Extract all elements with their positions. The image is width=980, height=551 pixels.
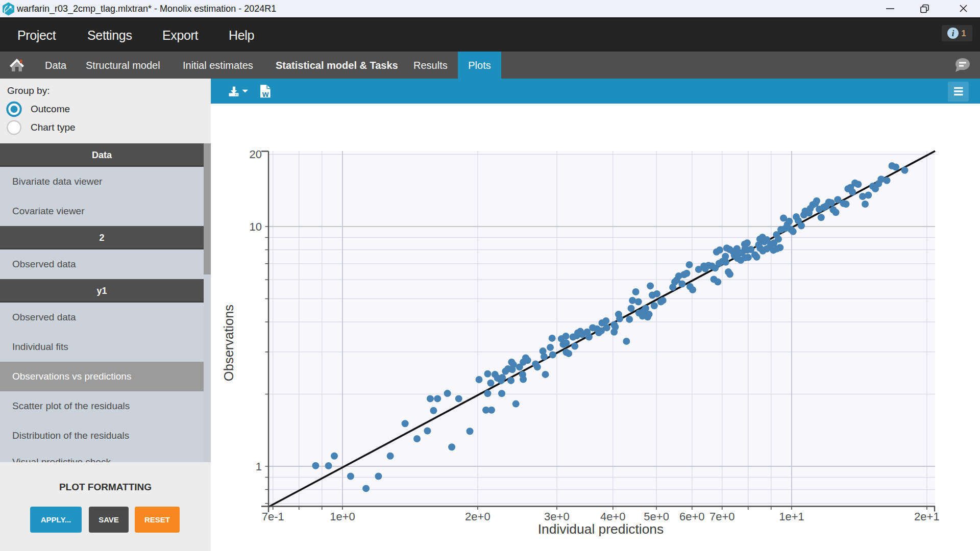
svg-text:i: i xyxy=(952,29,954,38)
svg-text:1: 1 xyxy=(256,460,262,473)
svg-text:6e+0: 6e+0 xyxy=(679,510,705,523)
svg-text:20: 20 xyxy=(250,148,262,161)
svg-text:2e+1: 2e+1 xyxy=(914,510,940,523)
svg-text:1e+1: 1e+1 xyxy=(779,510,804,523)
svg-text:1e+0: 1e+0 xyxy=(330,510,355,523)
svg-text:10: 10 xyxy=(250,220,262,233)
svg-text:7e+0: 7e+0 xyxy=(709,510,735,523)
svg-text:1: 1 xyxy=(961,29,966,38)
svg-text:w: w xyxy=(262,90,269,98)
svg-text:2e+0: 2e+0 xyxy=(465,510,491,523)
svg-text:Observations: Observations xyxy=(222,305,236,381)
svg-text:7e-1: 7e-1 xyxy=(262,510,284,523)
svg-text:Individual predictions: Individual predictions xyxy=(538,521,664,537)
